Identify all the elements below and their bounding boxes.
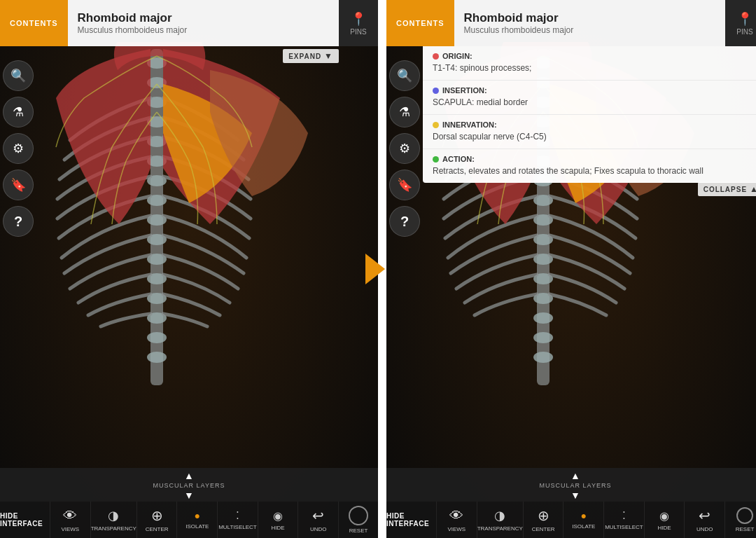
left-multiselect-button[interactable]: ⁚ MULTISELECT xyxy=(218,502,258,538)
left-help-button[interactable]: ? xyxy=(3,206,34,237)
left-layer-down-button[interactable]: ▼ xyxy=(184,490,194,500)
left-center-label: CENTER xyxy=(146,526,169,532)
left-reset-button[interactable]: RESET xyxy=(339,502,378,538)
left-reset-icon xyxy=(349,506,368,525)
left-multiselect-icon: ⁚ xyxy=(236,509,239,522)
right-info-action: ACTION: Retracts, elevates and rotates t… xyxy=(423,149,756,183)
right-bookmark-icon: 🔖 xyxy=(397,177,412,193)
next-arrow-icon xyxy=(365,254,385,284)
right-insertion-label-row: INSERTION: xyxy=(433,86,755,95)
left-hide-button[interactable]: ◉ HIDE xyxy=(258,502,299,538)
right-isolate-button[interactable]: ● ISOLATE xyxy=(564,502,604,538)
right-transparency-label: TRANSPARENCY xyxy=(477,525,523,532)
left-views-icon: 👁 xyxy=(63,508,77,524)
left-views-label: VIEWS xyxy=(61,526,79,532)
right-layer-down-button[interactable]: ▼ xyxy=(570,490,580,500)
left-layer-up-button[interactable]: ▲ xyxy=(184,471,194,481)
right-reset-button[interactable]: RESET xyxy=(725,502,756,538)
left-hide-icon: ◉ xyxy=(273,509,283,523)
left-views-button[interactable]: 👁 VIEWS xyxy=(50,502,91,538)
collapse-label: COLLAPSE xyxy=(704,186,747,193)
right-hide-button[interactable]: ◉ HIDE xyxy=(645,502,685,538)
right-settings-button[interactable]: ⚙ xyxy=(389,133,420,164)
right-views-button[interactable]: 👁 VIEWS xyxy=(437,502,477,538)
right-subtitle: Musculus rhomboideus major xyxy=(464,25,716,35)
svg-point-16 xyxy=(147,352,167,363)
left-bookmark-button[interactable]: 🔖 xyxy=(3,170,34,200)
right-center-icon: ⊕ xyxy=(538,507,550,524)
left-isolate-button[interactable]: ● ISOLATE xyxy=(177,502,218,538)
right-hide-interface-button[interactable]: HIDE INTERFACE xyxy=(386,502,437,538)
right-info-origin: ORIGIN: T1-T4: spinous processes; xyxy=(423,46,756,81)
search-icon: 🔍 xyxy=(10,68,26,83)
right-views-label: VIEWS xyxy=(447,526,465,532)
left-expand-badge[interactable]: EXPAND ▼ xyxy=(283,49,339,63)
left-toolbar: HIDE INTERFACE 👁 VIEWS ◑ TRANSPARENCY ⊕ … xyxy=(0,502,378,538)
right-origin-text: T1-T4: spinous processes; xyxy=(433,62,755,74)
svg-point-31 xyxy=(533,312,553,324)
left-pins-button[interactable]: 📍 PINS xyxy=(339,0,378,46)
right-hide-label: HIDE xyxy=(658,525,671,531)
left-multiselect-label: MULTISELECT xyxy=(218,524,257,530)
right-collapse-badge[interactable]: COLLAPSE ▲ xyxy=(698,182,756,196)
right-center-label: CENTER xyxy=(532,526,555,532)
right-innervation-text: Dorsal scapular nerve (C4-C5) xyxy=(433,130,755,143)
left-undo-button[interactable]: ↩ UNDO xyxy=(298,502,339,538)
right-undo-button[interactable]: ↩ UNDO xyxy=(685,502,725,538)
left-center-button[interactable]: ⊕ CENTER xyxy=(137,502,178,538)
settings-icon: ⚙ xyxy=(13,141,24,156)
right-toolbar: HIDE INTERFACE 👁 VIEWS ◑ TRANSPARENCY ⊕ … xyxy=(386,502,756,538)
right-bookmark-button[interactable]: 🔖 xyxy=(389,170,420,200)
left-top-bar: CONTENTS Rhomboid major Musculus rhomboi… xyxy=(0,0,378,46)
bookmark-icon: 🔖 xyxy=(10,177,26,193)
right-transparency-button[interactable]: ◑ TRANSPARENCY xyxy=(477,502,524,538)
left-reset-label: RESET xyxy=(349,527,368,534)
left-title-area: Rhomboid major Musculus rhomboideus majo… xyxy=(68,0,340,46)
left-contents-button[interactable]: CONTENTS xyxy=(0,0,68,46)
right-origin-dot xyxy=(433,53,439,60)
right-top-bar: CONTENTS Rhomboid major Musculus rhomboi… xyxy=(386,0,756,46)
right-undo-label: UNDO xyxy=(696,526,713,532)
left-hide-interface-button[interactable]: HIDE INTERFACE xyxy=(0,502,50,538)
right-isolate-icon: ● xyxy=(581,510,587,521)
right-multiselect-button[interactable]: ⁚ MULTISELECT xyxy=(604,502,645,538)
right-pins-button[interactable]: 📍 PINS xyxy=(725,0,756,46)
left-bottom-bar: ▲ MUSCULAR LAYERS ▼ HIDE INTERFACE 👁 VIE… xyxy=(0,468,378,538)
right-pins-label: PINS xyxy=(736,28,752,36)
left-undo-label: UNDO xyxy=(310,526,327,532)
left-undo-icon: ↩ xyxy=(312,507,324,524)
right-search-icon: 🔍 xyxy=(397,68,412,83)
right-filter-button[interactable]: ⚗ xyxy=(389,97,420,127)
left-layer-controls: ▲ MUSCULAR LAYERS ▼ xyxy=(0,468,378,502)
right-info-insertion: INSERTION: SCAPULA: medial border xyxy=(423,81,756,115)
right-help-icon: ? xyxy=(400,214,409,230)
right-help-button[interactable]: ? xyxy=(389,206,420,237)
left-search-button[interactable]: 🔍 xyxy=(3,60,34,91)
left-anatomy-bg xyxy=(0,0,378,538)
left-pins-label: PINS xyxy=(350,28,366,36)
left-filter-button[interactable]: ⚗ xyxy=(3,97,34,127)
right-layer-up-button[interactable]: ▲ xyxy=(570,471,580,481)
expand-arrow-icon: ▼ xyxy=(324,51,333,61)
right-title-area: Rhomboid major Musculus rhomboideus majo… xyxy=(454,0,726,46)
left-transparency-button[interactable]: ◑ TRANSPARENCY xyxy=(91,502,137,538)
right-center-button[interactable]: ⊕ CENTER xyxy=(524,502,564,538)
right-contents-button[interactable]: CONTENTS xyxy=(386,0,454,46)
right-reset-label: RESET xyxy=(736,526,755,532)
right-layer-label: MUSCULAR LAYERS xyxy=(540,482,612,489)
left-settings-button[interactable]: ⚙ xyxy=(3,133,34,164)
right-innervation-label-row: INNERVATION: xyxy=(433,120,755,129)
right-search-button[interactable]: 🔍 xyxy=(389,60,420,91)
left-center-icon: ⊕ xyxy=(151,507,163,524)
collapse-arrow-icon: ▲ xyxy=(750,184,756,194)
panel-divider xyxy=(378,0,386,538)
right-insertion-text: SCAPULA: medial border xyxy=(433,96,755,109)
right-insertion-label: INSERTION: xyxy=(442,86,487,95)
expand-label: EXPAND xyxy=(288,53,321,60)
left-anatomy-svg xyxy=(14,42,350,476)
svg-point-33 xyxy=(533,352,553,363)
right-action-dot xyxy=(433,156,439,163)
right-title: Rhomboid major xyxy=(464,11,716,25)
left-transparency-icon: ◑ xyxy=(108,508,119,523)
right-pins-icon: 📍 xyxy=(737,11,752,27)
